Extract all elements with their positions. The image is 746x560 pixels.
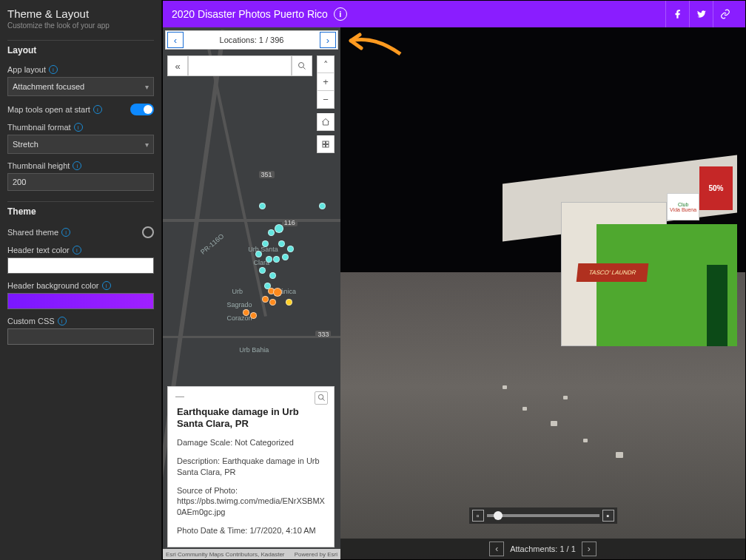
section-theme: Theme <box>7 201 154 219</box>
basemap-icon[interactable] <box>317 135 335 153</box>
chevron-up-icon[interactable]: ˄ <box>317 55 335 73</box>
attachments-pager: ‹ Attachments: 1 / 1 › <box>340 539 745 559</box>
home-icon[interactable] <box>317 113 335 131</box>
popup-zoom-icon[interactable] <box>315 391 328 405</box>
info-icon[interactable]: i <box>58 317 67 325</box>
svg-rect-4 <box>326 144 329 147</box>
info-icon[interactable]: i <box>102 281 111 290</box>
app-layout-select[interactable]: Attachment focused ▾ <box>7 77 154 96</box>
popup-desc: Description: Earthquake damage in Urb Sa… <box>177 456 325 478</box>
map-attribution: Esri Community Maps Contributors, Kadast… <box>163 549 340 559</box>
photo-image[interactable]: 50% Club Vida Buena TASCO' LAUNDR <box>340 27 745 559</box>
opacity-thumb[interactable] <box>494 511 503 520</box>
info-icon[interactable]: i <box>334 7 347 21</box>
attachments-label: Attachments: 1 / 1 <box>510 544 576 553</box>
app-header: 2020 Disaster Photos Puerto Rico i <box>163 1 745 27</box>
twitter-icon[interactable] <box>689 1 713 27</box>
info-icon[interactable]: i <box>73 246 81 254</box>
info-icon[interactable]: i <box>73 161 81 170</box>
popup-title: Earthquake damage in Urb Santa Clara, PR <box>177 406 325 431</box>
map-search-input[interactable] <box>188 55 292 76</box>
custom-css-label: Custom CSS i <box>7 317 154 325</box>
zoom-out-button[interactable]: − <box>317 91 335 109</box>
header-text-color-label: Header text color i <box>7 246 154 254</box>
svg-rect-3 <box>323 144 326 147</box>
app-preview: 2020 Disaster Photos Puerto Rico i ‹ Loc… <box>162 0 746 560</box>
locations-label: Locations: 1 / 396 <box>220 36 284 44</box>
info-icon[interactable]: i <box>49 65 58 74</box>
thumb-height-label: Thumbnail height i <box>7 161 154 170</box>
photo-sign-banner: TASCO' LAUNDR <box>577 263 649 282</box>
shared-theme-radio[interactable] <box>142 226 154 238</box>
popup-source: Source of Photo: https://pbs.twimg.com/m… <box>177 485 325 519</box>
thumb-height-input[interactable] <box>7 173 154 191</box>
link-icon[interactable] <box>713 1 736 27</box>
section-layout: Layout <box>7 40 154 58</box>
prev-attachment-button[interactable]: ‹ <box>489 542 504 556</box>
map-panel: Urb Santa Clara Urb Sagrado Corazon Guán… <box>163 27 340 559</box>
config-sidebar: Theme & Layout Customize the look of you… <box>0 0 162 560</box>
header-text-color-swatch[interactable] <box>7 257 154 274</box>
prev-location-button[interactable]: ‹ <box>167 32 184 48</box>
sidebar-title: Theme & Layout <box>7 7 154 20</box>
next-attachment-button[interactable]: › <box>582 542 597 556</box>
search-icon[interactable] <box>292 55 312 76</box>
popup-datetime: Photo Date & Time: 1/7/2020, 4:10 AM <box>177 525 325 536</box>
svg-rect-2 <box>326 141 329 144</box>
header-share-icons <box>665 1 736 27</box>
photo-sign-50: 50% <box>699 166 732 211</box>
info-icon[interactable]: i <box>61 228 70 237</box>
app-title: 2020 Disaster Photos Puerto Rico <box>172 8 328 20</box>
chevron-down-icon: ▾ <box>145 141 149 149</box>
facebook-icon[interactable] <box>665 1 689 27</box>
popup-collapse-icon[interactable]: — <box>175 391 184 402</box>
info-icon[interactable]: i <box>93 105 102 114</box>
header-bg-color-swatch[interactable] <box>7 293 154 309</box>
opacity-track[interactable] <box>487 514 599 517</box>
zoom-in-button[interactable]: + <box>317 73 335 91</box>
collapse-icon[interactable]: « <box>167 55 188 76</box>
opacity-slider[interactable]: ▫ ▪ <box>469 507 617 524</box>
custom-css-field[interactable] <box>7 328 154 345</box>
svg-rect-1 <box>323 141 326 144</box>
sidebar-subtitle: Customize the look of your app <box>7 21 154 30</box>
thumb-format-label: Thumbnail format i <box>7 123 154 132</box>
shared-theme-label: Shared theme i <box>7 228 70 237</box>
feature-popup: — Earthquake damage in Urb Santa Clara, … <box>167 386 335 547</box>
map-tools-toggle[interactable] <box>130 104 154 115</box>
map-search-toolbar: « <box>167 55 312 76</box>
info-icon[interactable]: i <box>74 123 83 132</box>
opacity-min-icon[interactable]: ▫ <box>472 510 484 522</box>
popup-damage: Damage Scale: Not Categorized <box>177 437 325 448</box>
map-zoom-controls: ˄ + − <box>317 55 335 153</box>
chevron-down-icon: ▾ <box>145 83 149 91</box>
photo-panel: 50% Club Vida Buena TASCO' LAUNDR ▫ ▪ ‹ … <box>340 27 745 559</box>
map-tools-label: Map tools open at start i <box>7 105 102 114</box>
svg-point-5 <box>318 394 323 399</box>
opacity-max-icon[interactable]: ▪ <box>602 510 614 522</box>
app-layout-label: App layout i <box>7 65 154 74</box>
next-location-button[interactable]: › <box>320 32 336 48</box>
header-bg-color-label: Header background color i <box>7 281 154 290</box>
photo-sign-club: Club Vida Buena <box>667 193 699 220</box>
locations-pager: ‹ Locations: 1 / 396 › <box>165 30 338 50</box>
thumb-format-select[interactable]: Stretch ▾ <box>7 135 154 154</box>
svg-point-0 <box>299 63 304 68</box>
